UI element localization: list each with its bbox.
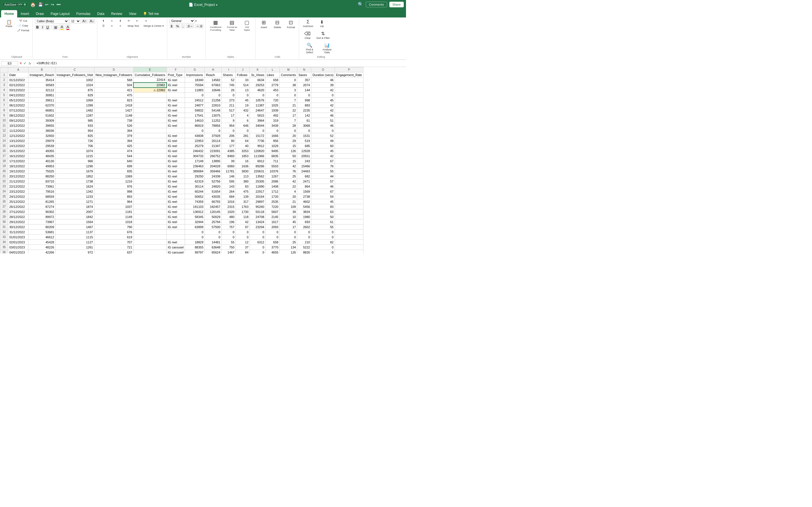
table-cell[interactable]: 2007 bbox=[55, 209, 94, 214]
table-cell[interactable]: 95260 bbox=[250, 204, 266, 209]
col-header-i[interactable]: I bbox=[221, 67, 236, 72]
table-cell[interactable]: 1624 bbox=[55, 184, 94, 189]
table-cell[interactable] bbox=[133, 133, 166, 138]
number-format-select[interactable]: General bbox=[169, 18, 195, 23]
table-cell[interactable]: IG reel bbox=[167, 103, 185, 108]
table-cell[interactable]: 88250 bbox=[29, 174, 56, 179]
table-cell[interactable]: 738 bbox=[94, 118, 133, 123]
table-cell[interactable]: 11883 bbox=[185, 88, 205, 93]
table-cell[interactable] bbox=[133, 184, 166, 189]
redo-icon[interactable]: ↪ bbox=[51, 2, 54, 7]
table-cell[interactable]: 30114 bbox=[185, 184, 205, 189]
table-cell[interactable]: 12/12/2022 bbox=[8, 133, 29, 138]
table-cell[interactable]: 38036 bbox=[29, 128, 56, 133]
table-cell[interactable]: 83 bbox=[311, 204, 335, 209]
table-cell[interactable]: 1738 bbox=[55, 179, 94, 184]
table-cell[interactable]: 964 bbox=[94, 199, 133, 204]
table-cell[interactable]: 1939 bbox=[266, 108, 280, 113]
table-cell[interactable]: 24/12/2022 bbox=[8, 194, 29, 199]
table-cell[interactable]: 15 bbox=[280, 159, 297, 164]
col-header-d[interactable]: D bbox=[94, 67, 133, 72]
table-cell[interactable]: 126 bbox=[280, 149, 297, 154]
find-select-button[interactable]: 🔍 Find & Select bbox=[301, 42, 318, 55]
format-painter-button[interactable]: 🖌️Format bbox=[16, 28, 31, 33]
table-cell[interactable]: IG reel bbox=[167, 108, 185, 113]
copy-button[interactable]: 📄Copy bbox=[16, 23, 31, 28]
table-cell[interactable]: 10376 bbox=[266, 169, 280, 174]
table-cell[interactable] bbox=[335, 194, 363, 199]
table-cell[interactable]: 0 bbox=[221, 93, 236, 98]
table-cell[interactable] bbox=[167, 235, 185, 240]
table-cell[interactable]: 893 bbox=[94, 194, 133, 199]
table-cell[interactable]: 1342 bbox=[55, 189, 94, 194]
comments-button[interactable]: Comments bbox=[366, 2, 387, 7]
table-cell[interactable]: 0 bbox=[266, 128, 280, 133]
table-cell[interactable]: 357 bbox=[297, 77, 311, 82]
table-cell[interactable]: 976 bbox=[94, 184, 133, 189]
table-cell[interactable]: 24877 bbox=[185, 103, 205, 108]
table-cell[interactable]: 12928 bbox=[297, 149, 311, 154]
table-cell[interactable]: 50652 bbox=[185, 194, 205, 199]
table-cell[interactable]: 0 bbox=[221, 128, 236, 133]
table-cell[interactable]: 55 bbox=[311, 169, 335, 174]
table-cell[interactable]: 5815 bbox=[250, 113, 266, 118]
table-cell[interactable]: 29/12/2022 bbox=[8, 219, 29, 224]
table-cell[interactable]: 998 bbox=[297, 98, 311, 103]
table-cell[interactable]: 60 bbox=[311, 144, 335, 149]
table-cell[interactable] bbox=[335, 235, 363, 240]
table-cell[interactable]: 06/12/2022 bbox=[8, 103, 29, 108]
table-cell[interactable]: 49 bbox=[311, 138, 335, 144]
table-cell[interactable]: 120820 bbox=[250, 149, 266, 154]
table-cell[interactable]: 04/01/2023 bbox=[8, 250, 29, 253]
table-cell[interactable]: 51654 bbox=[205, 189, 221, 194]
table-cell[interactable]: 0 bbox=[185, 128, 205, 133]
table-cell[interactable]: Instagram_Reach bbox=[29, 72, 56, 77]
table-cell[interactable]: 514 bbox=[236, 82, 250, 88]
table-cell[interactable]: 63 bbox=[311, 209, 335, 214]
col-header-k[interactable]: K bbox=[250, 67, 266, 72]
table-cell[interactable]: 985 bbox=[55, 118, 94, 123]
table-cell[interactable]: 62319 bbox=[185, 179, 205, 184]
table-cell[interactable]: 29897 bbox=[250, 199, 266, 204]
table-cell[interactable]: 67 bbox=[311, 159, 335, 164]
table-cell[interactable]: 03/12/2022 bbox=[8, 88, 29, 93]
table-cell[interactable] bbox=[335, 118, 363, 123]
table-cell[interactable]: 1216 bbox=[94, 179, 133, 184]
table-cell[interactable]: 0 bbox=[311, 93, 335, 98]
table-cell[interactable]: 81265 bbox=[29, 199, 56, 204]
col-header-b[interactable]: B bbox=[29, 67, 56, 72]
bold-button[interactable]: B bbox=[35, 25, 40, 30]
table-cell[interactable]: 10646 bbox=[205, 88, 221, 93]
table-cell[interactable]: 1233 bbox=[55, 194, 94, 199]
table-cell[interactable] bbox=[335, 128, 363, 133]
table-cell[interactable]: 13424 bbox=[250, 219, 266, 224]
decrease-decimal-button[interactable]: ←.0 bbox=[195, 24, 204, 29]
comma-button[interactable]: , bbox=[181, 24, 185, 29]
table-cell[interactable]: IG reel bbox=[167, 174, 185, 179]
table-cell[interactable]: 835 bbox=[94, 169, 133, 174]
col-header-l[interactable]: L bbox=[266, 67, 280, 72]
table-cell[interactable]: 18/12/2022 bbox=[8, 164, 29, 169]
table-cell[interactable]: 40130 bbox=[29, 159, 56, 164]
table-cell[interactable]: 09/12/2022 bbox=[8, 118, 29, 123]
table-cell[interactable]: 210 bbox=[297, 240, 311, 245]
table-cell[interactable]: 998 bbox=[94, 189, 133, 194]
table-cell[interactable]: 432 bbox=[236, 108, 250, 113]
table-cell[interactable]: 25/12/2022 bbox=[8, 199, 29, 204]
table-cell[interactable]: 3830 bbox=[236, 169, 250, 174]
table-cell[interactable] bbox=[133, 214, 166, 219]
table-cell[interactable]: 2471 bbox=[297, 179, 311, 184]
table-cell[interactable]: 57500 bbox=[205, 224, 221, 230]
table-cell[interactable]: 55 bbox=[221, 240, 236, 245]
table-cell[interactable]: 21 bbox=[280, 199, 297, 204]
table-cell[interactable]: 76 bbox=[280, 169, 297, 174]
table-cell[interactable]: 1564 bbox=[55, 219, 94, 224]
table-cell[interactable]: 109 bbox=[280, 204, 297, 209]
table-cell[interactable]: Impressions bbox=[185, 72, 205, 77]
table-cell[interactable] bbox=[133, 245, 166, 250]
table-cell[interactable]: 637 bbox=[94, 250, 133, 253]
table-cell[interactable]: 04/12/2022 bbox=[8, 93, 29, 98]
table-cell[interactable]: 59832 bbox=[185, 108, 205, 113]
col-header-a[interactable]: A bbox=[8, 67, 29, 72]
font-color-button[interactable]: A bbox=[65, 24, 70, 31]
